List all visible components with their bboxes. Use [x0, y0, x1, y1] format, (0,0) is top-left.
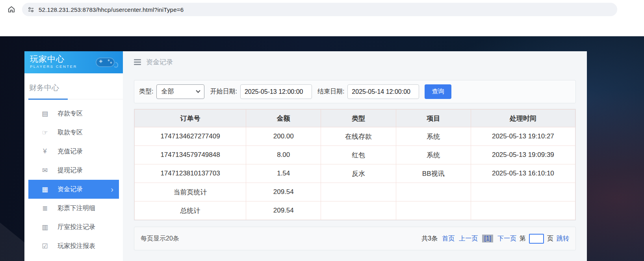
jump-prefix-label: 第: [520, 235, 526, 243]
sidebar-menu: ▤ 存款专区 ☞ 取款专区 ¥ 充值记录 ✉ 提现记录 ▦ 资金记录 › ≣: [24, 99, 123, 255]
sidebar-item-deposit-zone[interactable]: ▤ 存款专区: [28, 104, 119, 123]
table-row: 1747123810137703 1.54 反水 BB视讯 2025-05-13…: [135, 164, 575, 183]
pagination-controls: 共3条 首页 上一页 [1] 下一页 第 页 跳转: [421, 234, 569, 244]
end-date-label: 结束日期:: [317, 88, 344, 96]
type-select-value: 全部: [161, 88, 174, 96]
cell-type: 在线存款: [321, 127, 396, 146]
home-icon: [7, 6, 15, 13]
cell-project: BB视讯: [396, 164, 471, 183]
prev-page-link[interactable]: 上一页: [459, 235, 478, 243]
table-header-row: 订单号 金额 类型 项目 处理时间: [135, 110, 575, 127]
col-header-amount: 金额: [246, 110, 321, 127]
cell-order-no: 1747123810137703: [135, 164, 246, 183]
cell-empty: [396, 183, 471, 201]
sidebar-section-title: 财务中心: [29, 84, 59, 92]
jump-page-input[interactable]: [529, 234, 544, 244]
sidebar-item-withdraw-zone[interactable]: ☞ 取款专区: [28, 123, 119, 142]
sidebar-item-withdraw-records[interactable]: ✉ 提现记录: [28, 161, 119, 180]
table-row: 1747134579749848 8.00 红包 系统 2025-05-13 1…: [135, 146, 575, 164]
type-label: 类型:: [139, 88, 153, 96]
content-card: 玩家中心 PLAYERS CENTER 财务中心 ▤ 存款专区 ☞ 取款专区: [24, 51, 587, 261]
sidebar-item-lottery-bet-details[interactable]: ≣ 彩票下注明细: [28, 199, 119, 218]
lottery-detail-icon: ≣: [40, 204, 50, 213]
cell-empty: [321, 201, 396, 220]
sidebar-item-player-bet-report[interactable]: ☑ 玩家投注报表: [28, 237, 119, 255]
chevron-down-icon: [196, 88, 200, 93]
browser-bar: 52.128.231.253:8783/hhcp/usercenter.html…: [0, 0, 644, 19]
col-header-type: 类型: [321, 110, 396, 127]
cell-amount: 1.54: [246, 164, 321, 183]
table-row: 1747134627277409 200.00 在线存款 系统 2025-05-…: [135, 127, 575, 146]
sidebar-item-label: 彩票下注明细: [58, 204, 95, 213]
sidebar-item-hall-bet-records[interactable]: ▥ 厅室投注记录: [28, 218, 119, 237]
cell-amount: 209.54: [246, 183, 321, 201]
table-row-grand-total: 总统计 209.54: [135, 201, 575, 220]
cell-project: 系统: [396, 127, 471, 146]
cell-label: 当前页统计: [135, 183, 246, 201]
withdraw-hand-icon: ☞: [40, 129, 50, 137]
cell-project: 系统: [396, 146, 471, 164]
report-chart-icon: ☑: [40, 242, 50, 250]
sidebar-item-label: 厅室投注记录: [58, 223, 95, 231]
cell-empty: [471, 183, 575, 201]
deposit-card-icon: ▤: [40, 110, 50, 118]
site-settings-icon[interactable]: [28, 6, 34, 13]
hamburger-menu-icon[interactable]: [134, 59, 141, 65]
moneybag-icon: ¥: [40, 147, 50, 155]
main-content: 资金记录 类型: 全部 开始日期: 结束日期: 查询 订单号 金额 类型: [123, 51, 587, 261]
col-header-project: 项目: [396, 110, 471, 127]
home-button[interactable]: [5, 3, 18, 16]
type-select[interactable]: 全部: [156, 84, 204, 99]
sidebar-section-header: 财务中心: [24, 73, 123, 99]
cell-label: 总统计: [135, 201, 246, 220]
pagination-bar: 每页显示20条 共3条 首页 上一页 [1] 下一页 第 页 跳转: [134, 227, 576, 250]
section-underline: [28, 99, 68, 100]
page-size-text: 每页显示20条: [141, 235, 179, 243]
jump-suffix-label: 页: [547, 235, 553, 243]
cell-process-time: 2025-05-13 16:10:10: [471, 164, 575, 183]
fund-records-icon: ▦: [40, 185, 50, 194]
sidebar-item-label: 充值记录: [58, 147, 83, 156]
cell-empty: [471, 201, 575, 220]
sidebar-header: 玩家中心 PLAYERS CENTER: [24, 51, 123, 73]
sidebar-item-label: 取款专区: [58, 129, 83, 137]
cell-empty: [396, 201, 471, 220]
sidebar-item-label: 存款专区: [58, 110, 83, 118]
start-date-input[interactable]: [240, 84, 312, 99]
query-button[interactable]: 查询: [425, 84, 451, 99]
hall-bet-icon: ▥: [40, 223, 50, 231]
url-text: 52.128.231.253:8783/hhcp/usercenter.html…: [39, 6, 184, 13]
cell-type: 反水: [321, 164, 396, 183]
cell-type: 红包: [321, 146, 396, 164]
page-title: 资金记录: [146, 58, 173, 67]
first-page-link[interactable]: 首页: [442, 235, 455, 243]
cell-process-time: 2025-05-13 19:09:39: [471, 146, 575, 164]
sidebar-item-label: 资金记录: [58, 185, 83, 194]
end-date-input[interactable]: [347, 84, 419, 99]
sidebar-item-label: 提现记录: [58, 166, 83, 175]
cell-amount: 8.00: [246, 146, 321, 164]
total-count: 共3条: [421, 235, 438, 243]
next-page-link[interactable]: 下一页: [497, 235, 516, 243]
sidebar-item-fund-records[interactable]: ▦ 资金记录 ›: [28, 180, 119, 199]
sidebar-item-label: 玩家投注报表: [58, 242, 95, 250]
cell-empty: [321, 183, 396, 201]
current-page-indicator: [1]: [482, 235, 493, 242]
main-header: 资金记录: [123, 51, 587, 73]
sidebar-item-recharge-records[interactable]: ¥ 充值记录: [28, 142, 119, 161]
start-date-label: 开始日期:: [210, 88, 237, 96]
sidebar: 玩家中心 PLAYERS CENTER 财务中心 ▤ 存款专区 ☞ 取款专区: [24, 51, 123, 261]
chevron-right-icon: ›: [111, 185, 119, 193]
jump-button[interactable]: 跳转: [557, 235, 569, 243]
filter-panel: 类型: 全部 开始日期: 结束日期: 查询: [134, 80, 576, 103]
table-row-page-total: 当前页统计 209.54: [135, 183, 575, 201]
fund-records-table: 订单号 金额 类型 项目 处理时间 1747134627277409 200.0…: [134, 109, 575, 220]
fund-records-table-wrap: 订单号 金额 类型 项目 处理时间 1747134627277409 200.0…: [134, 109, 576, 220]
address-bar[interactable]: 52.128.231.253:8783/hhcp/usercenter.html…: [22, 3, 617, 16]
col-header-process-time: 处理时间: [471, 110, 575, 127]
cell-amount: 200.00: [246, 127, 321, 146]
cell-order-no: 1747134579749848: [135, 146, 246, 164]
cell-amount: 209.54: [246, 201, 321, 220]
cell-order-no: 1747134627277409: [135, 127, 246, 146]
wallet-icon: ✉: [40, 166, 50, 175]
